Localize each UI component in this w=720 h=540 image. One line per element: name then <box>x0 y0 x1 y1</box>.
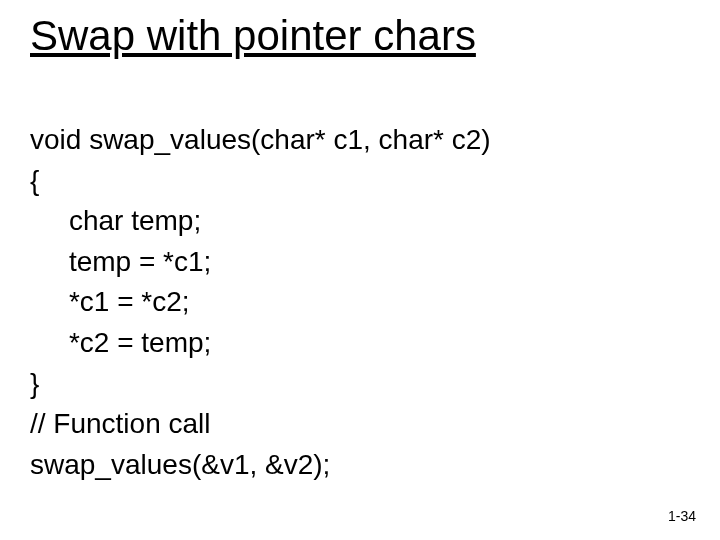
code-line-7: } <box>30 368 39 399</box>
slide-title: Swap with pointer chars <box>30 12 476 60</box>
code-block: void swap_values(char* c1, char* c2) { c… <box>30 120 491 485</box>
code-line-4: temp = *c1; <box>30 246 211 277</box>
code-line-2: { <box>30 165 39 196</box>
code-line-3: char temp; <box>30 205 201 236</box>
slide: Swap with pointer chars void swap_values… <box>0 0 720 540</box>
code-line-8: // Function call <box>30 408 211 439</box>
code-line-5: *c1 = *c2; <box>30 286 190 317</box>
code-line-1: void swap_values(char* c1, char* c2) <box>30 124 491 155</box>
page-number: 1-34 <box>668 508 696 524</box>
code-line-9: swap_values(&v1, &v2); <box>30 449 330 480</box>
code-line-6: *c2 = temp; <box>30 327 211 358</box>
